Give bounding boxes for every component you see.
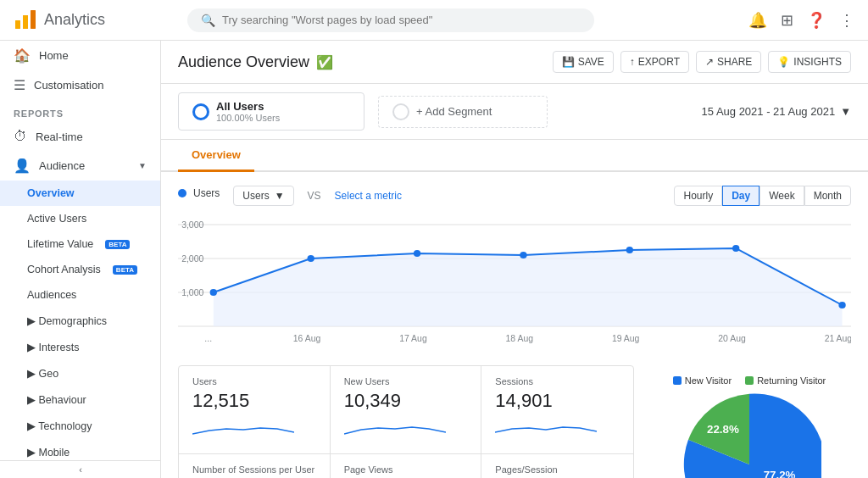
segment-info: All Users 100.00% Users (216, 100, 280, 123)
period-buttons: Hourly Day Week Month (674, 186, 851, 206)
top-nav-icons: 🔔 ⊞ ❓ ⋮ (748, 11, 854, 30)
svg-text:18 Aug: 18 Aug (506, 334, 534, 343)
stat-sessions-sparkline (495, 417, 597, 441)
metric-select[interactable]: Users ▼ (233, 186, 293, 206)
date-range-picker[interactable]: 15 Aug 2021 - 21 Aug 2021 ▼ (702, 105, 851, 118)
realtime-icon: ⏱ (14, 129, 27, 144)
sidebar-item-interests[interactable]: ▶ Interests (0, 334, 160, 360)
sidebar-item-home[interactable]: 🏠 Home (0, 41, 160, 70)
lifetime-badge: BETA (105, 240, 130, 249)
insights-button[interactable]: 💡 INSIGHTS (768, 51, 851, 73)
select-metric-link[interactable]: Select a metric (335, 190, 402, 202)
tabs-bar: Overview (161, 140, 868, 172)
users-legend-label: Users (193, 187, 220, 199)
sidebar-lifetime-label: Lifetime Value (27, 238, 93, 250)
chart-controls: Users Users ▼ VS Select a metric Hourly … (178, 186, 851, 206)
help-icon[interactable]: ❓ (807, 11, 826, 30)
sidebar-item-overview[interactable]: Overview (0, 181, 160, 206)
sidebar-cohort-label: Cohort Analysis (27, 264, 101, 275)
sidebar-item-geo[interactable]: ▶ Geo (0, 360, 160, 386)
save-label: SAVE (578, 56, 604, 68)
sidebar-audience-label: Audience (39, 159, 85, 172)
sidebar-mobile-label: ▶ Mobile (27, 446, 70, 459)
chart-legend: Users (178, 187, 220, 199)
top-nav: Analytics 🔍 🔔 ⊞ ❓ ⋮ (0, 0, 868, 41)
svg-point-19 (732, 245, 739, 252)
sidebar-behaviour-label: ▶ Behaviour (27, 393, 86, 406)
stat-users-value: 12,515 (192, 390, 316, 412)
pie-section: New Visitor Returning Visitor 77.2% (648, 365, 851, 478)
all-users-segment[interactable]: All Users 100.00% Users (178, 92, 364, 131)
notification-icon[interactable]: 🔔 (748, 11, 767, 30)
share-icon: ↗ (705, 56, 714, 68)
stat-sessions-value: 14,901 (495, 390, 620, 412)
main-layout: 🏠 Home ☰ Customisation REPORTS ⏱ Real-ti… (0, 41, 868, 478)
audience-icon: 👤 (14, 158, 31, 174)
share-button[interactable]: ↗ SHARE (696, 51, 761, 73)
period-month[interactable]: Month (804, 186, 851, 206)
sidebar-item-audience[interactable]: 👤 Audience ▼ (0, 151, 160, 181)
more-icon[interactable]: ⋮ (839, 11, 854, 30)
sidebar-item-realtime[interactable]: ⏱ Real-time (0, 122, 160, 151)
svg-text:22.8%: 22.8% (707, 423, 739, 436)
svg-text:21 Aug: 21 Aug (825, 334, 851, 343)
sidebar-item-audiences[interactable]: Audiences (0, 282, 160, 308)
sidebar-item-cohort[interactable]: Cohort Analysis BETA (0, 257, 160, 282)
new-visitor-label: New Visitor (685, 375, 732, 386)
share-label: SHARE (717, 56, 752, 68)
period-week[interactable]: Week (760, 186, 804, 206)
verified-icon: ✅ (316, 54, 333, 70)
svg-text:2,000: 2,000 (181, 254, 203, 264)
stat-sessions-label: Sessions (495, 376, 620, 386)
period-hourly[interactable]: Hourly (674, 186, 722, 206)
sidebar-item-technology[interactable]: ▶ Technology (0, 413, 160, 439)
sidebar-item-demographics[interactable]: ▶ Demographics (0, 308, 160, 334)
svg-point-16 (414, 250, 420, 257)
svg-text:16 Aug: 16 Aug (293, 334, 321, 343)
sidebar-collapse-btn[interactable]: ‹ (0, 460, 161, 478)
stats-grid: Users 12,515 New Users 10,349 Sessions 1… (178, 365, 634, 478)
stat-sessions: Sessions 14,901 (481, 366, 633, 454)
tab-overview[interactable]: Overview (178, 140, 254, 172)
sidebar-item-active-users[interactable]: Active Users (0, 206, 160, 231)
sidebar-audiences-label: Audiences (27, 289, 76, 301)
svg-point-20 (838, 302, 845, 308)
returning-visitor-dot (745, 376, 754, 385)
content-area: Audience Overview ✅ 💾 SAVE ↑ EXPORT ↗ SH… (161, 41, 868, 478)
sidebar-item-behaviour[interactable]: ▶ Behaviour (0, 386, 160, 413)
sidebar-item-lifetime-value[interactable]: Lifetime Value BETA (0, 231, 160, 257)
sidebar-customisation-label: Customisation (34, 79, 103, 92)
users-legend-dot (178, 189, 186, 197)
metric-chevron-icon: ▼ (275, 190, 285, 202)
search-bar[interactable]: 🔍 (187, 8, 594, 32)
cohort-badge: BETA (113, 265, 137, 275)
svg-text:17 Aug: 17 Aug (399, 334, 427, 343)
save-button[interactable]: 💾 SAVE (553, 51, 614, 73)
add-segment-btn[interactable]: + Add Segment (378, 96, 548, 128)
segment-name: All Users (216, 100, 280, 113)
svg-point-15 (308, 255, 314, 262)
export-button[interactable]: ↑ EXPORT (620, 51, 689, 73)
app-name: Analytics (44, 11, 105, 29)
svg-text:3,000: 3,000 (181, 220, 203, 230)
export-icon: ↑ (630, 56, 635, 68)
apps-icon[interactable]: ⊞ (781, 11, 793, 30)
sidebar-demographics-label: ▶ Demographics (27, 314, 107, 327)
stat-new-users: New Users 10,349 (331, 366, 482, 454)
svg-text:77.2%: 77.2% (764, 469, 796, 478)
date-range-chevron: ▼ (840, 105, 851, 118)
sidebar-item-customisation[interactable]: ☰ Customisation (0, 70, 160, 100)
insights-label: INSIGHTS (793, 56, 842, 68)
svg-rect-3 (15, 20, 20, 29)
period-day[interactable]: Day (722, 186, 760, 206)
pie-legend: New Visitor Returning Visitor (661, 375, 837, 386)
svg-text:1,000: 1,000 (181, 288, 203, 297)
segment-circle (192, 103, 209, 120)
svg-text:19 Aug: 19 Aug (612, 334, 640, 343)
stat-users: Users 12,515 (179, 366, 331, 454)
stat-users-sparkline (192, 417, 294, 441)
search-input[interactable] (222, 14, 581, 26)
stat-spu-label: Number of Sessions per User (192, 464, 316, 475)
search-icon: 🔍 (201, 14, 215, 27)
stat-sessions-per-user: Number of Sessions per User 1.19 (179, 454, 331, 478)
